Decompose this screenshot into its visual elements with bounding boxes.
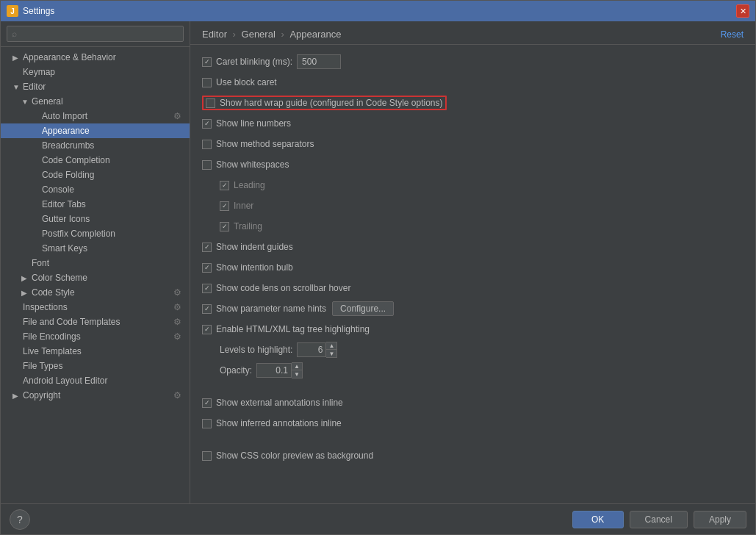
trailing-wrap[interactable]: Trailing — [220, 221, 262, 231]
caret-blinking-input[interactable] — [297, 54, 341, 69]
sidebar: ▶ Appearance & Behavior Keymap ▼ Editor … — [1, 21, 190, 503]
sidebar-item-keymap[interactable]: Keymap — [1, 65, 190, 79]
show-whitespaces-checkbox[interactable] — [202, 160, 212, 170]
trailing-checkbox[interactable] — [220, 222, 229, 231]
levels-up-button[interactable]: ▲ — [326, 342, 336, 350]
sidebar-item-copyright[interactable]: ▶ Copyright ⚙ — [1, 388, 190, 403]
show-css-preview-wrap[interactable]: Show CSS color preview as background — [202, 450, 373, 461]
title-bar: J Settings ✕ — [1, 1, 755, 21]
sidebar-item-file-types[interactable]: File Types — [1, 359, 190, 373]
sidebar-item-auto-import[interactable]: Auto Import ⚙ — [1, 109, 190, 123]
show-indent-guides-label: Show indent guides — [216, 242, 293, 252]
enable-html-tag-checkbox[interactable] — [202, 325, 212, 334]
show-line-numbers-checkbox[interactable] — [202, 119, 212, 129]
show-external-annotations-wrap[interactable]: Show external annotations inline — [202, 398, 343, 408]
show-method-separators-wrap[interactable]: Show method separators — [202, 139, 314, 149]
show-param-hints-wrap[interactable]: Show parameter name hints — [202, 304, 326, 314]
show-css-preview-label: Show CSS color preview as background — [216, 450, 373, 461]
sidebar-item-android-layout-editor[interactable]: Android Layout Editor — [1, 373, 190, 388]
sidebar-item-code-style[interactable]: ▶ Code Style ⚙ — [1, 285, 190, 300]
sidebar-item-label: File Types — [23, 361, 62, 371]
show-whitespaces-wrap[interactable]: Show whitespaces — [202, 159, 289, 170]
sidebar-item-file-encodings[interactable]: File Encodings ⚙ — [1, 329, 190, 344]
sidebar-item-appearance-behavior[interactable]: ▶ Appearance & Behavior — [1, 50, 190, 65]
cancel-button[interactable]: Cancel — [630, 511, 688, 528]
sidebar-item-font[interactable]: Font — [1, 256, 190, 270]
apply-button[interactable]: Apply — [694, 511, 746, 528]
sidebar-item-label: Appearance & Behavior — [23, 52, 116, 62]
enable-html-tag-wrap[interactable]: Enable HTML/XML tag tree highlighting — [202, 324, 370, 334]
show-code-lens-wrap[interactable]: Show code lens on scrollbar hover — [202, 283, 350, 293]
leading-label: Leading — [234, 180, 265, 190]
option-show-line-numbers: Show line numbers — [202, 115, 744, 132]
show-indent-guides-checkbox[interactable] — [202, 243, 212, 252]
sidebar-item-inspections[interactable]: Inspections ⚙ — [1, 300, 190, 315]
reset-button[interactable]: Reset — [721, 29, 744, 40]
show-inferred-annotations-checkbox[interactable] — [202, 419, 212, 428]
levels-down-button[interactable]: ▼ — [326, 350, 336, 357]
help-icon: ? — [17, 514, 23, 525]
help-button[interactable]: ? — [10, 509, 30, 530]
option-use-block-caret: Use block caret — [202, 74, 744, 90]
configure-button[interactable]: Configure... — [332, 301, 394, 316]
arrow-icon: ▼ — [12, 83, 21, 91]
leading-checkbox[interactable] — [220, 181, 229, 190]
use-block-caret-checkbox[interactable] — [202, 78, 212, 87]
option-show-whitespaces: Show whitespaces — [202, 157, 744, 173]
show-indent-guides-wrap[interactable]: Show indent guides — [202, 242, 293, 252]
levels-highlight-input[interactable] — [297, 342, 326, 357]
show-inferred-annotations-wrap[interactable]: Show inferred annotations inline — [202, 418, 342, 428]
sidebar-item-breadcrumbs[interactable]: Breadcrumbs — [1, 138, 190, 153]
show-intention-bulb-label: Show intention bulb — [216, 262, 293, 273]
inner-checkbox[interactable] — [220, 201, 229, 211]
sidebar-item-gutter-icons[interactable]: Gutter Icons — [1, 212, 190, 226]
sidebar-item-editor[interactable]: ▼ Editor — [1, 79, 190, 94]
option-trailing: Trailing — [202, 218, 744, 234]
show-hard-wrap-wrap[interactable]: Show hard wrap guide (configured in Code… — [202, 96, 447, 110]
sidebar-item-color-scheme[interactable]: ▶ Color Scheme — [1, 270, 190, 285]
show-hard-wrap-label: Show hard wrap guide (configured in Code… — [220, 98, 443, 108]
sidebar-item-appearance[interactable]: Appearance — [1, 123, 190, 138]
breadcrumb: Editor › General › Appearance — [202, 29, 342, 40]
inner-wrap[interactable]: Inner — [220, 201, 253, 211]
caret-blinking-checkbox-wrap[interactable]: Caret blinking (ms): — [202, 57, 292, 67]
show-css-preview-checkbox[interactable] — [202, 451, 212, 461]
sidebar-item-live-templates[interactable]: Live Templates — [1, 344, 190, 359]
show-intention-bulb-wrap[interactable]: Show intention bulb — [202, 262, 293, 273]
search-input[interactable] — [7, 26, 184, 42]
show-method-separators-checkbox[interactable] — [202, 140, 212, 149]
sidebar-item-editor-tabs[interactable]: Editor Tabs — [1, 197, 190, 212]
use-block-caret-wrap[interactable]: Use block caret — [202, 77, 277, 87]
show-code-lens-checkbox[interactable] — [202, 284, 212, 293]
sidebar-item-postfix-completion[interactable]: Postfix Completion — [1, 226, 190, 241]
show-hard-wrap-checkbox[interactable] — [206, 98, 215, 108]
sidebar-item-general[interactable]: ▼ General — [1, 94, 190, 109]
opacity-input[interactable] — [256, 363, 292, 378]
opacity-down-button[interactable]: ▼ — [292, 370, 302, 378]
sidebar-item-code-folding[interactable]: Code Folding — [1, 168, 190, 182]
opacity-up-button[interactable]: ▲ — [292, 363, 302, 370]
show-external-annotations-checkbox[interactable] — [202, 398, 212, 408]
use-block-caret-label: Use block caret — [216, 77, 277, 87]
sidebar-item-file-code-templates[interactable]: File and Code Templates ⚙ — [1, 315, 190, 329]
option-inner: Inner — [202, 198, 744, 214]
ok-button[interactable]: OK — [572, 511, 624, 528]
breadcrumb-sep2: › — [281, 29, 287, 40]
leading-wrap[interactable]: Leading — [220, 180, 265, 190]
sidebar-item-label: Code Completion — [42, 155, 110, 165]
caret-blinking-checkbox[interactable] — [202, 57, 212, 67]
show-intention-bulb-checkbox[interactable] — [202, 263, 212, 273]
sidebar-item-label: Copyright — [23, 390, 60, 401]
arrow-icon: ▶ — [12, 54, 21, 62]
opacity-label: Opacity: — [220, 365, 252, 376]
sidebar-item-code-completion[interactable]: Code Completion — [1, 153, 190, 168]
arrow-icon: ▼ — [21, 98, 30, 106]
close-button[interactable]: ✕ — [736, 4, 749, 18]
separator-1 — [202, 383, 744, 389]
show-param-hints-checkbox[interactable] — [202, 304, 212, 314]
arrow-icon: ▶ — [21, 274, 30, 282]
show-line-numbers-wrap[interactable]: Show line numbers — [202, 118, 291, 129]
show-inferred-annotations-label: Show inferred annotations inline — [216, 418, 342, 428]
sidebar-item-smart-keys[interactable]: Smart Keys — [1, 241, 190, 256]
sidebar-item-console[interactable]: Console — [1, 182, 190, 197]
